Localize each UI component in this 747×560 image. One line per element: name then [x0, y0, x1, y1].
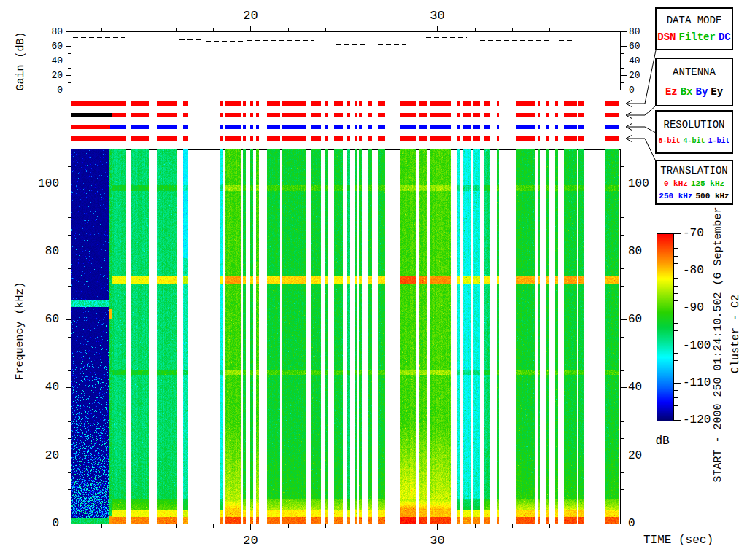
colorbar — [657, 233, 674, 421]
freq-left-tick-label: 40 — [45, 381, 59, 393]
gain-left-tick-label: 0 — [57, 85, 63, 95]
legend-box-items: 250 kHz500 kHz — [657, 192, 730, 201]
start-time-label: START - 2000 250 01:24:10.502 (6 Septemb… — [713, 200, 724, 482]
gain-right-tick-label: 20 — [629, 71, 640, 80]
freq-right-tick-label: 0 — [628, 518, 635, 529]
freq-right-tick-label: 80 — [628, 246, 642, 257]
legend-box-title: DATA MODE — [667, 15, 722, 26]
legend-box-items: 0 kHz125 kHz — [662, 179, 726, 188]
colorbar-tick-label: -100 — [683, 340, 711, 351]
gain-trace — [73, 38, 619, 45]
legend-item-ez: Ez — [665, 86, 678, 98]
freq-right-tick-label: 20 — [628, 450, 642, 462]
colorbar-tick-label: -80 — [683, 265, 704, 276]
legend-connector-arrow — [626, 135, 656, 161]
time-bottom-tick-label: 30 — [430, 534, 444, 547]
gain-left-tick-label: 20 — [51, 71, 63, 80]
spectrogram-canvas — [71, 149, 620, 524]
legend-box-title: TRANSLATION — [660, 165, 727, 176]
freq-right-tick-label: 100 — [628, 178, 649, 190]
legend-connector-arrow — [626, 123, 656, 133]
status-bars-canvas — [71, 99, 620, 141]
time-axis-title: TIME (sec) — [643, 534, 713, 546]
colorbar-tick-label: -110 — [683, 377, 711, 389]
freq-left-tick-label: 80 — [45, 246, 59, 257]
spacecraft-label: Cluster - C2 — [730, 295, 741, 373]
legend-box-translation: TRANSLATION0 kHz125 kHz250 kHz500 kHz — [655, 160, 733, 205]
freq-right-tick-label: 60 — [628, 314, 642, 325]
colorbar-unit-label: dB — [655, 435, 669, 447]
gain-right-tick-label: 40 — [629, 56, 640, 66]
freq-left-tick-label: 0 — [52, 518, 59, 529]
legend-item-filter: Filter — [679, 31, 716, 43]
time-top-tick-label: 20 — [243, 9, 258, 22]
time-top-tick-label: 30 — [430, 9, 444, 22]
freq-left-tick-label: 60 — [45, 314, 59, 325]
legend-item-0-khz: 0 kHz — [664, 179, 688, 188]
freq-right-tick-label: 40 — [628, 381, 642, 393]
gain-axis-title: Gain (dB) — [15, 31, 26, 90]
legend-item-dsn: DSN — [657, 31, 676, 43]
legend-item-4-bit: 4-bit — [683, 137, 705, 145]
legend-item-ey: Ey — [711, 86, 723, 98]
legend-item-dc: DC — [719, 31, 731, 43]
colorbar-tick-label: -70 — [683, 228, 704, 239]
legend-item-bx: Bx — [681, 86, 693, 98]
legend-item-125-khz: 125 kHz — [691, 179, 724, 188]
legend-item-250-khz: 250 kHz — [659, 192, 692, 201]
freq-left-tick-label: 20 — [45, 450, 59, 462]
legend-box-data-mode: DATA MODEDSNFilterDC — [655, 7, 733, 50]
legend-item-8-bit: 8-bit — [658, 137, 680, 145]
frequency-axis-title: Frequency (kHz) — [15, 281, 26, 380]
legend-item-500-khz: 500 kHz — [696, 192, 729, 201]
gain-left-tick-label: 60 — [51, 42, 63, 51]
wbd-spectrogram-page: Gain (dB) Frequency (kHz) TIME (sec) dB … — [0, 0, 747, 560]
legend-box-resolution: RESOLUTION8-bit4-bit1-bit — [655, 110, 733, 154]
legend-connector-arrow — [626, 106, 656, 119]
legend-box-items: 8-bit4-bit1-bit — [657, 137, 731, 145]
gain-left-tick-label: 80 — [51, 27, 63, 36]
legend-box-items: DSNFilterDC — [656, 31, 732, 43]
legend-item-1-bit: 1-bit — [708, 137, 730, 145]
legend-box-title: RESOLUTION — [663, 119, 724, 131]
legend-box-title: ANTENNA — [673, 66, 716, 78]
gain-right-tick-label: 60 — [629, 42, 640, 51]
gain-right-tick-label: 0 — [629, 85, 635, 95]
legend-box-items: EzBxByEy — [664, 86, 724, 98]
gain-left-tick-label: 40 — [51, 56, 63, 66]
colorbar-tick-label: -120 — [683, 414, 711, 426]
legend-box-antenna: ANTENNAEzBxByEy — [655, 58, 733, 106]
legend-item-by: By — [696, 86, 708, 98]
freq-left-tick-label: 100 — [38, 178, 59, 190]
time-bottom-tick-label: 20 — [243, 534, 258, 547]
colorbar-tick-label: -90 — [683, 302, 704, 314]
gain-right-tick-label: 80 — [629, 27, 640, 36]
